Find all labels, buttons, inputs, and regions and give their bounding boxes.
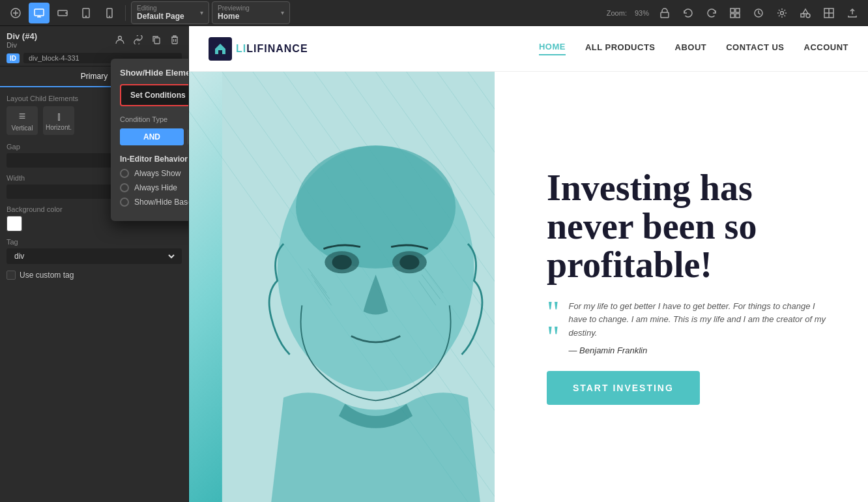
previewing-dropdown[interactable]: Previewing Home ▾ [212,1,290,24]
quote-section: "" For my life to get better I have to g… [547,300,835,355]
nav-contact-us[interactable]: CONTACT US [726,42,784,55]
svg-point-18 [781,11,784,14]
editing-page: Default Page [137,12,184,21]
cta-button[interactable]: START INVESTING [547,371,700,405]
redo-icon[interactable] [701,3,722,23]
always-hide-label: Always Hide [134,183,177,192]
hero-content: Investing has never been so profitable! … [495,72,868,502]
desktop-view-icon[interactable] [29,3,50,23]
svg-rect-3 [35,9,44,16]
always-hide-option[interactable]: Always Hide [120,183,189,192]
mobile-icon[interactable] [99,3,120,23]
editing-dropdown[interactable]: Editing Default Page ▾ [131,1,209,24]
show-hide-popup: Show/Hide Element Set Conditions Conditi… [111,59,189,221]
divider [125,5,126,21]
svg-rect-12 [661,12,669,18]
canvas-area: LILIFINANCE HOME ALL PRODUCTS ABOUT CONT… [189,26,868,502]
tag-label: Tag [7,238,182,246]
logo-text: LILIFINANCE [236,43,308,55]
settings-icon[interactable] [772,3,792,23]
website-preview: LILIFINANCE HOME ALL PRODUCTS ABOUT CONT… [189,26,868,502]
site-logo: LILIFINANCE [209,37,308,61]
person-icon[interactable] [113,33,127,47]
tag-select-row: div section article header footer [7,248,182,264]
tablet-portrait-icon[interactable] [76,3,96,23]
nav-all-products[interactable]: ALL PRODUCTS [585,42,656,55]
tablet-landscape-icon[interactable] [52,3,73,23]
top-toolbar: Editing Default Page ▾ Previewing Home ▾… [0,0,868,26]
undo-icon[interactable] [678,3,699,23]
svg-rect-26 [172,37,177,44]
link-icon[interactable] [131,33,145,47]
previewing-label: Previewing [218,5,250,12]
svg-rect-15 [731,14,734,18]
svg-rect-16 [736,14,740,18]
zoom-label: Zoom: [607,9,627,17]
tag-select[interactable]: div section article header footer [12,251,177,261]
add-element-icon[interactable] [5,3,26,23]
show-hide-conditions-label: Show/Hide Based on Conditions [134,198,189,207]
quote-text: For my life to get better I have to get … [569,300,836,340]
layouts-icon[interactable] [725,3,745,23]
previewing-page: Home [218,12,239,21]
vertical-icon: ≡ [19,110,26,123]
svg-point-19 [806,14,810,18]
set-conditions-button[interactable]: Set Conditions [120,84,189,106]
quote-body: For my life to get better I have to get … [569,300,836,355]
main-layout: Div (#4) Div [0,26,868,502]
custom-tag-row: Use custom tag [7,271,182,280]
nav-home[interactable]: HOME [539,42,566,55]
site-nav-links: HOME ALL PRODUCTS ABOUT CONTACT US ACCOU… [539,42,848,55]
show-hide-conditions-radio [120,198,129,207]
condition-and-button[interactable]: AND [120,128,184,145]
grid-icon[interactable] [818,3,839,23]
svg-point-24 [119,37,122,40]
condition-type-row: AND OR [120,128,189,145]
chevron-down-icon: ▾ [281,9,284,16]
element-title: Div (#4) [7,31,37,41]
history-icon[interactable] [748,3,769,23]
editing-label: Editing [137,5,184,12]
horizontal-label: Horizont. [46,124,72,131]
chevron-down-icon: ▾ [200,9,203,16]
horizontal-layout-btn[interactable]: ⫿ Horizont. [43,106,74,135]
element-type: Div [7,41,37,49]
svg-point-7 [66,12,66,13]
left-panel: Div (#4) Div [0,26,189,502]
toolbar-right: Zoom: 93% [604,3,863,23]
tag-field-row: Tag div section article header footer [7,238,182,264]
logo-icon [209,37,232,61]
svg-rect-14 [736,8,740,12]
in-editor-label: In-Editor Behavior [120,155,189,164]
always-show-option[interactable]: Always Show [120,169,189,178]
copy-icon[interactable] [149,33,164,47]
bg-color-swatch[interactable] [7,216,22,231]
publish-icon[interactable] [842,3,863,23]
vertical-label: Vertical [12,125,33,132]
horizontal-icon: ⫿ [57,111,61,123]
svg-rect-30 [218,50,222,54]
svg-rect-25 [154,38,160,44]
hero-section: Investing has never been so profitable! … [189,72,868,502]
popup-title: Show/Hide Element [120,68,189,78]
always-hide-radio [120,183,129,192]
nav-account[interactable]: ACCOUNT [804,42,849,55]
components-icon[interactable] [795,3,816,23]
quote-author: — Benjamin Franklin [569,346,836,355]
zoom-value: 93% [635,9,649,17]
show-hide-conditions-option[interactable]: Show/Hide Based on Conditions [120,198,189,207]
id-badge: ID [7,53,20,63]
custom-tag-checkbox[interactable] [7,271,16,280]
lock-icon[interactable] [654,3,675,23]
delete-icon[interactable] [167,33,182,47]
vertical-layout-btn[interactable]: ≡ Vertical [7,106,38,135]
quote-marks: "" [547,300,560,355]
svg-point-49 [399,255,419,270]
svg-point-48 [332,255,352,270]
svg-rect-13 [731,8,734,12]
condition-type-label: Condition Type [120,115,189,123]
svg-rect-20 [801,14,804,17]
always-show-radio [120,169,129,178]
nav-about[interactable]: ABOUT [675,42,707,55]
hero-headline: Investing has never been so profitable! [547,169,835,284]
